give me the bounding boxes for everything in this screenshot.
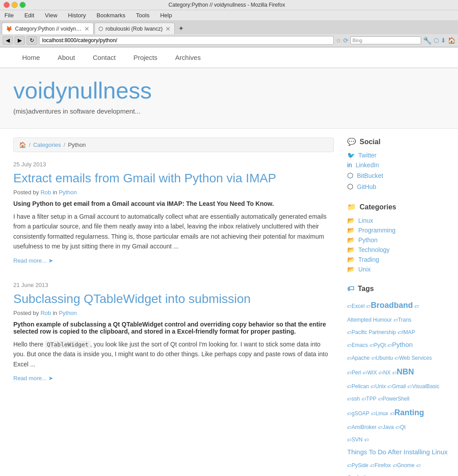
tag-firefox[interactable]: Firefox <box>375 462 391 468</box>
breadcrumb-home[interactable]: 🏠 <box>19 142 26 148</box>
nav-about[interactable]: About <box>49 47 84 67</box>
tag-icon-qt: 🏷 <box>395 425 400 430</box>
tag-icon-firefox: 🏷 <box>370 463 375 468</box>
cat-programming[interactable]: 📂 Programming <box>347 225 445 235</box>
addons-icon[interactable]: ⬡ <box>434 37 439 44</box>
tag-pacific-partnership[interactable]: Pacific Partnership <box>352 329 396 335</box>
menu-edit[interactable]: Edit <box>22 11 37 20</box>
cat-trading[interactable]: 📂 Trading <box>347 255 445 264</box>
cat-programming-label: Programming <box>358 227 395 234</box>
addon-icon: ⟳ <box>343 37 348 44</box>
tag-qt[interactable]: Qt <box>400 424 406 430</box>
breadcrumb-categories[interactable]: Categories <box>33 142 61 148</box>
nav-contact[interactable]: Contact <box>84 47 125 67</box>
url-input[interactable] <box>39 36 334 45</box>
search-bar[interactable]: Bing <box>350 36 421 44</box>
post-2-summary: Python example of subclassing a Qt QTabl… <box>13 321 334 335</box>
site-header: voidynullness (mis)adventures in softwar… <box>0 68 458 129</box>
tag-icon-excel: 🏷 <box>347 304 352 309</box>
tools-icon[interactable]: 🔧 <box>423 36 432 45</box>
refresh-button[interactable]: ↻ <box>27 36 37 45</box>
tag-excel[interactable]: Excel <box>352 303 364 309</box>
tag-icon-ranting: 🏷 <box>390 411 395 416</box>
menu-bar: File Edit View History Bookmarks Tools H… <box>0 10 458 21</box>
tag-ranting[interactable]: Ranting <box>395 408 424 417</box>
tag-nbn[interactable]: NBN <box>397 367 414 376</box>
tag-wix[interactable]: WiX <box>367 370 377 376</box>
tag-gnome[interactable]: Gnome <box>397 462 415 468</box>
post-2-author[interactable]: Rob <box>40 310 51 316</box>
social-github[interactable]: ⬡ GitHub <box>347 181 445 192</box>
tag-svn[interactable]: SVN <box>352 437 363 443</box>
menu-bookmarks[interactable]: Bookmarks <box>94 11 128 20</box>
tag-ssh[interactable]: ssh <box>352 396 360 402</box>
home-icon[interactable]: 🏠 <box>448 37 455 44</box>
maximize-button[interactable] <box>20 2 26 8</box>
post-1-category[interactable]: Python <box>59 189 77 196</box>
title-bar: Category:Python // voidynullness - Mozil… <box>0 0 458 10</box>
cat-python[interactable]: 📂 Python <box>347 235 445 245</box>
tag-python[interactable]: Python <box>392 341 413 348</box>
download-icon[interactable]: ⬇ <box>441 37 446 44</box>
close-button[interactable] <box>4 2 10 8</box>
tag-imap[interactable]: IMAP <box>402 329 415 335</box>
window-controls[interactable] <box>4 2 26 8</box>
tag-scripting[interactable]: Scripting <box>347 474 373 476</box>
nav-archives[interactable]: Archives <box>166 47 210 67</box>
post-1-title-link[interactable]: Extract emails from Gmail with Python vi… <box>13 171 276 185</box>
tag-gsoap[interactable]: gSOAP <box>352 410 369 417</box>
menu-history[interactable]: History <box>65 11 88 20</box>
tag-gmail[interactable]: Gmail <box>392 383 406 389</box>
new-tab-button[interactable]: + <box>176 23 187 34</box>
post-1-author[interactable]: Rob <box>40 189 51 196</box>
tab-python[interactable]: 🦊 Category:Python // voidynullness ✕ <box>2 23 94 34</box>
cat-unix[interactable]: 📂 Unix <box>347 264 445 274</box>
minimize-button[interactable] <box>12 2 18 8</box>
tag-broadband[interactable]: Broadband <box>371 301 413 310</box>
post-2-title-link[interactable]: Subclassing QTableWidget into submission <box>13 292 251 306</box>
tag-web-services[interactable]: Web Services <box>399 355 432 361</box>
tag-tpp[interactable]: TPP <box>366 396 376 402</box>
post-2-category[interactable]: Python <box>59 310 77 316</box>
tag-trans[interactable]: Trans <box>398 317 411 323</box>
social-bitbucket[interactable]: ⬡ BitBucket <box>347 170 445 181</box>
cat-linux[interactable]: 📂 Linux <box>347 216 445 225</box>
post-1-read-more[interactable]: Read more... ➤ <box>13 257 53 264</box>
sidebar-categories-label: Categories <box>360 203 396 211</box>
tag-ubuntu[interactable]: Ubuntu <box>376 355 393 361</box>
bitbucket-label: BitBucket <box>357 172 383 179</box>
breadcrumb: 🏠 / Categories / Python <box>13 138 334 152</box>
post-2-read-more[interactable]: Read more... ➤ <box>13 375 53 382</box>
twitter-icon: 🐦 <box>347 152 355 159</box>
cat-technology[interactable]: 📂 Technology <box>347 245 445 255</box>
tag-visualbasic[interactable]: VisualBasic <box>412 383 439 389</box>
tag-amibroker[interactable]: AmiBroker <box>352 424 376 430</box>
social-linkedin[interactable]: in LinkedIn <box>347 160 445 170</box>
tag-java[interactable]: Java <box>383 424 394 430</box>
tag-nx[interactable]: NX <box>383 370 391 376</box>
tab-close-github[interactable]: ✕ <box>165 25 171 32</box>
menu-view[interactable]: View <box>42 11 60 20</box>
menu-help[interactable]: Help <box>157 11 175 20</box>
tag-apache[interactable]: Apache <box>352 355 370 361</box>
tag-things-to-do[interactable]: Things To Do After Installing Linux <box>347 448 448 456</box>
tag-perl[interactable]: Perl <box>352 370 361 376</box>
menu-file[interactable]: File <box>2 11 16 20</box>
tag-attempted-humour[interactable]: Attempted Humour <box>347 317 392 323</box>
back-button[interactable]: ◀ <box>3 36 13 45</box>
tab-github[interactable]: ⬡ robulouski (Rob Iwancz) ✕ <box>94 23 175 34</box>
tag-emacs[interactable]: Emacs <box>352 342 368 348</box>
menu-tools[interactable]: Tools <box>133 11 152 20</box>
tag-pelican[interactable]: Pelican <box>352 383 369 389</box>
nav-projects[interactable]: Projects <box>125 47 166 67</box>
nav-home[interactable]: Home <box>13 47 49 67</box>
social-twitter[interactable]: 🐦 Twitter <box>347 150 445 160</box>
tag-unix[interactable]: Unix <box>375 383 386 389</box>
tag-pyside[interactable]: PySide <box>352 462 368 468</box>
tag-icon-scripting: 🏷 <box>416 463 421 468</box>
tab-close-python[interactable]: ✕ <box>84 25 90 32</box>
tag-linux[interactable]: Linux <box>376 410 388 417</box>
tag-powershell[interactable]: PowerShell <box>383 396 410 402</box>
forward-button[interactable]: ▶ <box>15 36 25 45</box>
tag-pyqt[interactable]: PyQt <box>374 342 386 348</box>
